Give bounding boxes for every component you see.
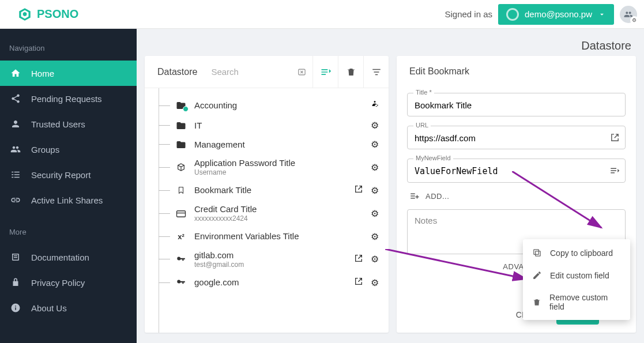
editor-title: Edit Bookmark <box>397 56 636 80</box>
psono-hex-icon <box>17 7 32 22</box>
datastore-title: Datastore <box>145 67 210 77</box>
breadcrumb: Datastore <box>137 29 644 56</box>
item-menu-icon[interactable]: ⚙ <box>367 208 383 219</box>
datastore-panel: Datastore <box>145 56 389 333</box>
info-icon <box>10 303 21 313</box>
nav-pending-requests[interactable]: Pending Requests <box>0 86 137 111</box>
new-entry-button[interactable] <box>312 56 338 88</box>
svg-rect-1 <box>177 210 186 217</box>
menu-edit[interactable]: Edit custom field <box>523 264 630 287</box>
tree-item-gitlab[interactable]: gitlab.comtest@gmail.com ⚙ <box>155 246 386 273</box>
filter-icon <box>371 67 382 77</box>
title-label: Title * <box>413 89 434 96</box>
filter-button[interactable] <box>363 56 389 88</box>
folder-icon <box>175 140 187 150</box>
env-icon: x² <box>175 232 187 241</box>
more-section-label: More <box>0 223 137 244</box>
add-field-button[interactable]: ADD... <box>407 183 626 201</box>
nav-trusted-users[interactable]: Trusted Users <box>0 111 137 137</box>
svg-rect-2 <box>536 251 541 257</box>
groups-icon <box>10 144 21 154</box>
item-menu-icon[interactable]: ⚙ <box>367 231 383 242</box>
url-input[interactable] <box>408 126 604 149</box>
clear-search-icon[interactable] <box>297 66 307 78</box>
avatar-icon <box>506 8 519 21</box>
cube-icon <box>175 163 187 172</box>
tree-item-credit-card[interactable]: Credit Card Titlexxxxxxxxxxx2424 ⚙ <box>155 200 386 227</box>
person-icon <box>10 119 21 129</box>
nav-home[interactable]: Home <box>0 61 137 86</box>
tree-item-env-vars[interactable]: x² Environment Variables Title ⚙ <box>155 227 386 246</box>
item-menu-icon[interactable]: ⚙ <box>367 139 383 150</box>
item-menu-icon[interactable]: ⚙ <box>367 185 383 196</box>
sidebar: Navigation Home Pending Requests Trusted… <box>0 29 137 343</box>
menu-add-icon <box>320 66 332 78</box>
folder-shared-icon <box>175 100 187 111</box>
share-icon <box>10 93 21 104</box>
home-icon <box>10 68 21 78</box>
title-input[interactable] <box>408 93 625 116</box>
trash-button[interactable] <box>338 56 363 88</box>
brand-logo[interactable]: PSONO <box>7 7 78 22</box>
chevron-down-icon <box>598 10 606 18</box>
card-icon <box>175 210 187 218</box>
copy-icon <box>532 248 542 258</box>
custom-field-input[interactable] <box>408 159 604 182</box>
menu-remove[interactable]: Remove custom field <box>523 287 630 318</box>
lock-icon <box>10 277 21 288</box>
nav-about-us[interactable]: About Us <box>0 295 137 321</box>
nav-documentation[interactable]: Documentation <box>0 244 137 270</box>
item-menu-icon[interactable]: ⚙ <box>367 254 383 265</box>
pencil-icon <box>532 270 542 280</box>
nav-privacy-policy[interactable]: Privacy Policy <box>0 270 137 295</box>
brand-text: PSONO <box>37 7 78 21</box>
tree-item-accounting[interactable]: Accounting <box>155 95 386 116</box>
book-icon <box>10 252 21 262</box>
gear-icon: ⚙ <box>630 16 638 24</box>
key-icon <box>175 254 187 265</box>
editor-panel: Edit Bookmark Title * URL MyNewField <box>397 56 636 333</box>
open-link-icon[interactable] <box>351 184 367 196</box>
tree-item-it[interactable]: IT ⚙ <box>155 116 386 135</box>
nav-groups[interactable]: Groups <box>0 137 137 162</box>
tree-item-bookmark[interactable]: Bookmark Title ⚙ <box>155 180 386 200</box>
svg-rect-3 <box>534 250 539 255</box>
custom-field: MyNewField <box>407 159 626 183</box>
tree-item-google[interactable]: google.com ⚙ <box>155 273 386 292</box>
open-url-button[interactable] <box>604 127 625 148</box>
url-field: URL <box>407 126 626 149</box>
item-menu-icon[interactable]: ⚙ <box>367 162 383 173</box>
item-menu-icon[interactable] <box>367 99 383 112</box>
open-link-icon[interactable] <box>351 277 367 288</box>
custom-field-menu-button[interactable] <box>604 160 625 181</box>
bookmark-icon <box>175 186 187 195</box>
folder-icon <box>175 120 187 131</box>
key-icon <box>175 277 187 288</box>
link-icon <box>10 195 21 205</box>
search-input[interactable] <box>210 63 297 80</box>
user-email: demo@psono.pw <box>525 9 592 19</box>
tree-item-management[interactable]: Management ⚙ <box>155 135 386 154</box>
custom-field-label: MyNewField <box>413 154 453 161</box>
item-menu-icon[interactable]: ⚙ <box>367 277 383 288</box>
title-field: Title * <box>407 93 626 116</box>
trash-icon <box>346 67 356 77</box>
custom-field-context-menu: Copy to clipboard Edit custom field Remo… <box>523 239 630 320</box>
list-icon <box>10 169 21 180</box>
multiuser-button[interactable]: ⚙ <box>620 6 637 23</box>
open-link-icon[interactable] <box>351 254 367 265</box>
menu-copy[interactable]: Copy to clipboard <box>523 242 630 264</box>
nav-section-label: Navigation <box>0 39 137 61</box>
nav-active-link-shares[interactable]: Active Link Shares <box>0 187 137 213</box>
user-menu[interactable]: demo@psono.pw <box>498 4 614 25</box>
add-icon <box>409 191 420 201</box>
nav-security-report[interactable]: Security Report <box>0 162 137 187</box>
trash-icon <box>532 297 541 307</box>
item-menu-icon[interactable]: ⚙ <box>367 120 383 131</box>
signed-in-label: Signed in as <box>445 9 492 19</box>
url-label: URL <box>413 122 431 129</box>
tree-item-app-password[interactable]: Application Password TitleUsername ⚙ <box>155 154 386 180</box>
